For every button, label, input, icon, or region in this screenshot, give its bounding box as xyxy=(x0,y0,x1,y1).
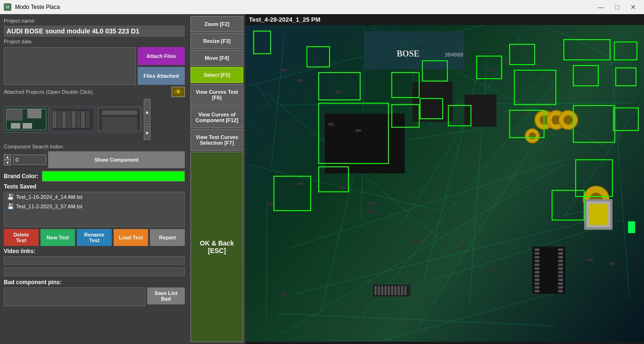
project-data-buttons: Attach Files Files Attached xyxy=(138,47,185,85)
sel-box-12 xyxy=(514,70,556,105)
zoom-button[interactable]: Zoom [F2] xyxy=(190,16,243,32)
sel-box-22 xyxy=(615,67,636,86)
project-data-textarea[interactable] xyxy=(4,47,136,85)
view-curves-test-button[interactable]: View Curves Test [F6] xyxy=(190,84,243,106)
project-data-section: Attach Files Files Attached xyxy=(4,47,185,85)
sel-box-23 xyxy=(552,190,585,221)
bad-comp-row: Save List Bad xyxy=(4,287,185,306)
main-window: Project name AUDI BOSE sound module 4L0 … xyxy=(0,14,644,344)
brand-color-section: Brand Color: xyxy=(4,171,185,181)
delete-test-button[interactable]: Delete Test xyxy=(4,229,39,246)
component-search-row: Component Search Index: xyxy=(4,144,185,149)
app-title: Modo Teste Placa xyxy=(15,4,590,10)
window-controls: — □ ✕ xyxy=(594,2,640,12)
attached-section: Attached Projects (Open Double Click) 👁 … xyxy=(4,87,185,140)
bad-component-pins-textarea[interactable] xyxy=(4,287,145,306)
floppy-icon-1: 💾 xyxy=(7,194,14,200)
project-name-value: AUDI BOSE sound module 4L0 035 223 D1 xyxy=(4,25,185,37)
sel-box-9 xyxy=(448,105,471,126)
pcb-header: Test_4-28-2024_1_25 PM xyxy=(245,14,644,25)
search-stepper: ▲ ▼ xyxy=(4,154,11,165)
floppy-icon-2: 💾 xyxy=(7,203,14,210)
rename-test-button[interactable]: Rename Test xyxy=(77,229,112,246)
component-search-input-row: ▲ ▼ Show Component xyxy=(4,151,185,168)
thumbnail-3[interactable] xyxy=(97,106,142,132)
select-button[interactable]: Select [F5] xyxy=(190,67,243,83)
files-attached-button[interactable]: Files Attached xyxy=(138,67,185,85)
minimize-button[interactable]: — xyxy=(594,2,608,12)
load-test-button[interactable]: Load Test xyxy=(114,229,149,246)
save-list-bad-button[interactable]: Save List Bad xyxy=(147,287,185,304)
view-test-curves-button[interactable]: View Test Curves Selection [F7] xyxy=(190,129,243,151)
sel-box-21 xyxy=(614,41,637,60)
sel-box-15 xyxy=(318,166,349,192)
search-up-arrow[interactable]: ▲ xyxy=(4,154,11,160)
pcb-title: Test_4-28-2024_1_25 PM xyxy=(249,16,321,23)
tests-saved-label: Tests Saved xyxy=(4,183,185,190)
resize-button[interactable]: Resize [F3] xyxy=(190,33,243,49)
ok-back-button[interactable]: OK & Back [ESC] xyxy=(190,152,243,342)
sel-box-13 xyxy=(509,110,545,138)
test-item-1[interactable]: 💾 Test_1-16-2024_4_14 AM.tst xyxy=(4,192,184,202)
test-name-2: Test_11-2-2023_3_57 AM.tst xyxy=(16,204,83,209)
sel-box-14 xyxy=(273,176,311,211)
pcb-image-area xyxy=(245,25,644,342)
title-bar: M Modo Teste Placa — □ ✕ xyxy=(0,0,644,14)
thumbnail-scroll-down[interactable]: ▼ xyxy=(144,126,150,140)
sel-box-7 xyxy=(420,98,443,119)
center-toolbar: Zoom [F2] Resize [F3] Move [F4] Select [… xyxy=(189,14,245,344)
bad-component-pins-label: Bad component pins: xyxy=(4,279,185,286)
component-search-input[interactable] xyxy=(13,155,46,165)
sel-box-4 xyxy=(318,103,389,164)
sel-box-6 xyxy=(391,104,420,128)
test-buttons: Delete Test New Test Rename Test Load Te… xyxy=(4,229,185,246)
thumbnail-scrollbar: ▲ ▼ xyxy=(144,99,150,140)
sel-box-10 xyxy=(476,56,502,79)
test-item-2[interactable]: 💾 Test_11-2-2023_3_57 AM.tst xyxy=(4,202,184,211)
tests-list: 💾 Test_1-16-2024_4_14 AM.tst 💾 Test_11-2… xyxy=(4,192,185,227)
thumbnail-1[interactable] xyxy=(4,106,49,132)
sel-box-8 xyxy=(422,60,448,82)
sel-box-11 xyxy=(509,44,535,65)
sel-box-16 xyxy=(563,39,611,60)
show-component-button[interactable]: Show Component xyxy=(48,151,185,168)
component-search-label: Component Search Index: xyxy=(4,144,64,149)
sel-box-18 xyxy=(573,105,615,143)
sel-box-3 xyxy=(318,72,361,100)
close-button[interactable]: ✕ xyxy=(626,2,640,12)
thumbnail-2[interactable] xyxy=(50,106,95,132)
new-test-button[interactable]: New Test xyxy=(41,229,75,246)
left-panel: Project name AUDI BOSE sound module 4L0 … xyxy=(0,14,189,344)
test-name-1: Test_1-16-2024_4_14 AM.tst xyxy=(16,194,83,200)
sel-box-2 xyxy=(306,46,330,67)
sel-box-1 xyxy=(253,31,271,54)
project-data-label: Project data xyxy=(4,39,185,44)
attached-projects-label: Attached Projects (Open Double Click) xyxy=(4,89,92,95)
video-links-label: Video links: xyxy=(4,248,185,254)
thumbnails-row: ▲ ▼ xyxy=(4,99,185,140)
view-curves-component-button[interactable]: View Curves of Component [F12] xyxy=(190,106,243,128)
report-button[interactable]: Report xyxy=(150,229,185,246)
video-link-input-1[interactable] xyxy=(4,256,185,265)
content-area: Project name AUDI BOSE sound module 4L0 … xyxy=(0,14,644,344)
video-link-input-2[interactable] xyxy=(4,268,185,276)
search-down-arrow[interactable]: ▼ xyxy=(4,160,11,165)
sel-box-20 xyxy=(613,107,639,131)
right-panel: Test_4-28-2024_1_25 PM xyxy=(245,14,644,344)
attach-files-button[interactable]: Attach Files xyxy=(138,47,185,65)
maximize-button[interactable]: □ xyxy=(610,2,624,12)
brand-color-label: Brand Color: xyxy=(4,173,38,180)
attached-header: Attached Projects (Open Double Click) 👁 xyxy=(4,87,185,97)
sel-box-17 xyxy=(573,65,599,86)
project-name-label: Project name xyxy=(4,18,185,24)
thumbnail-scroll-up[interactable]: ▲ xyxy=(144,99,150,125)
sel-box-5 xyxy=(391,72,420,98)
app-icon: M xyxy=(4,3,11,11)
move-button[interactable]: Move [F4] xyxy=(190,50,243,66)
brand-color-box[interactable] xyxy=(42,171,185,181)
eye-icon[interactable]: 👁 xyxy=(172,87,185,97)
